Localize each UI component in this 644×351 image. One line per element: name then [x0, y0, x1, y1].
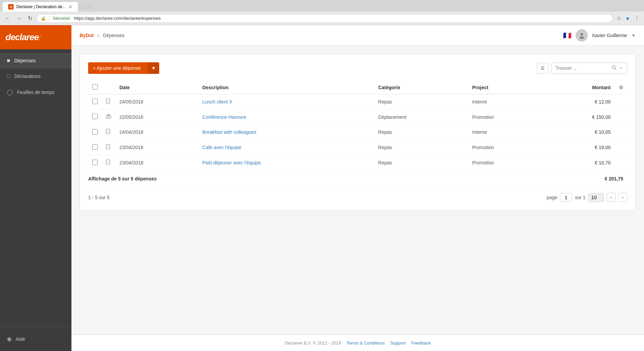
add-expense-button[interactable]: + Ajouter une dépense ▼ [88, 62, 159, 74]
header-right: 🇫🇷 Xavier Guillerme ▼ [563, 29, 636, 42]
browser-nav-bar: ← → ↻ 🔒 | Sécurisé ☆ ● ⋮ [0, 12, 644, 25]
table-row: 23/04/2018 Cafe avec l'équipe Repas Prom… [88, 140, 627, 155]
row-checkbox-cell [88, 94, 102, 110]
bookmark-button[interactable]: ☆ [615, 14, 623, 23]
expense-link-2[interactable]: Breakfast with colleagues [202, 129, 257, 135]
row-receipt-cell [102, 110, 115, 125]
row-categorie-4: Repas [374, 155, 468, 171]
user-dropdown-arrow[interactable]: ▼ [631, 33, 636, 38]
row-project-4: Promotion [468, 155, 546, 171]
row-receipt-cell [102, 140, 115, 155]
user-name[interactable]: Xavier Guillerme [592, 33, 627, 38]
depenses-icon: ■ [7, 58, 10, 64]
page-total: sur 1 [575, 195, 585, 200]
secure-icon: 🔒 [41, 16, 46, 21]
url-input[interactable] [74, 16, 608, 21]
terms-link[interactable]: Terms & Conditions [346, 340, 385, 346]
expenses-table: Date Description Catégorie Project Monta… [88, 81, 627, 171]
sidebar-item-aide[interactable]: ◉ Aide [7, 332, 65, 346]
breadcrumb-org[interactable]: ByDot [80, 33, 94, 38]
breadcrumb-separator: » [97, 33, 100, 38]
feedback-link[interactable]: Feedback [411, 340, 431, 346]
sidebar-item-declarations[interactable]: □ Déclarations [0, 68, 71, 84]
refresh-button[interactable]: ↻ [26, 14, 34, 23]
sidebar-bottom: ◉ Aide [0, 326, 71, 351]
row-checkbox-1[interactable] [92, 114, 98, 119]
row-montant-3: € 19,00 [546, 140, 615, 155]
row-actions-2 [615, 125, 627, 140]
prev-page-button[interactable]: ‹ [607, 193, 615, 202]
row-checkbox-0[interactable] [92, 99, 98, 104]
row-categorie-3: Repas [374, 140, 468, 155]
sidebar-item-aide-label: Aide [16, 336, 25, 342]
toolbar: + Ajouter une dépense ▼ ☰ ▼ [88, 62, 627, 74]
svg-point-9 [108, 116, 110, 117]
row-description-0: Lunch client X [198, 94, 374, 110]
sidebar-item-depenses-label: Dépenses [14, 58, 36, 63]
breadcrumb-page: Dépenses [103, 33, 125, 38]
per-page-select[interactable]: 10 25 50 [588, 193, 604, 202]
back-button[interactable]: ← [3, 14, 12, 23]
support-link[interactable]: Support [390, 340, 406, 346]
row-project-1: Promotion [468, 110, 546, 125]
table-row: 24/04/2018 Breakfast with colleagues Rep… [88, 125, 627, 140]
row-categorie-0: Repas [374, 94, 468, 110]
row-checkbox-4[interactable] [92, 160, 98, 165]
search-dropdown-arrow[interactable]: ▼ [619, 66, 623, 70]
row-checkbox-3[interactable] [92, 144, 98, 150]
sidebar-nav: ■ Dépenses □ Déclarations ◯ Feuilles de … [0, 49, 71, 326]
row-actions-4 [615, 155, 627, 171]
sidebar-item-depenses[interactable]: ■ Dépenses [0, 53, 71, 68]
sidebar-item-feuilles[interactable]: ◯ Feuilles de temps [0, 84, 71, 100]
add-expense-dropdown-arrow[interactable]: ▼ [148, 62, 160, 74]
language-flag[interactable]: 🇫🇷 [563, 31, 572, 39]
row-date-3: 23/04/2018 [115, 140, 198, 155]
row-actions-3 [615, 140, 627, 155]
next-page-button[interactable]: › [618, 193, 627, 202]
secure-label: Sécurisé [53, 16, 70, 21]
toolbar-right: ☰ ▼ [537, 63, 627, 74]
page-number-input[interactable] [560, 193, 572, 202]
address-bar[interactable]: 🔒 | Sécurisé [36, 14, 613, 23]
row-receipt-cell [102, 155, 115, 171]
col-header-project: Project [468, 81, 546, 94]
svg-line-3 [615, 68, 616, 70]
tab-close-button[interactable]: ✕ [68, 4, 72, 10]
row-checkbox-cell [88, 110, 102, 125]
aide-icon: ◉ [7, 336, 12, 342]
expense-link-3[interactable]: Cafe avec l'équipe [202, 145, 242, 150]
list-view-button[interactable]: ☰ [537, 63, 548, 74]
row-montant-4: € 10,70 [546, 155, 615, 171]
browser-chrome: d Declaree | Declaration de... ✕ ← → ↻ 🔒… [0, 0, 644, 25]
receipt-icon-0 [106, 99, 110, 105]
row-checkbox-cell [88, 125, 102, 140]
select-all-checkbox[interactable] [92, 84, 98, 90]
expense-link-0[interactable]: Lunch client X [202, 99, 232, 105]
pagination-range: 1 - 5 sur 5 [88, 195, 110, 200]
expense-link-4[interactable]: Petit déjeuner avec l'équipe. [202, 160, 262, 165]
page-label: page [547, 195, 557, 200]
search-input[interactable] [556, 65, 610, 71]
row-description-3: Cafe avec l'équipe [198, 140, 374, 155]
empty-tab[interactable] [78, 5, 92, 9]
receipt-icon-2 [106, 129, 110, 135]
table-row: 23/04/2018 Petit déjeuner avec l'équipe.… [88, 155, 627, 171]
forward-button[interactable]: → [14, 14, 24, 23]
col-header-receipt [102, 81, 115, 94]
user-avatar[interactable] [576, 29, 588, 42]
col-header-date: Date [115, 81, 198, 94]
row-checkbox-cell [88, 140, 102, 155]
row-checkbox-2[interactable] [92, 129, 98, 134]
row-project-3: Promotion [468, 140, 546, 155]
declarations-icon: □ [7, 73, 10, 79]
pagination-controls: page sur 1 10 25 50 ‹ › [547, 193, 627, 202]
search-button[interactable] [612, 65, 617, 71]
receipt-icon-4 [106, 160, 110, 166]
chrome-menu-button[interactable]: ⋮ [632, 14, 641, 23]
expense-link-1[interactable]: Conférence Hanovre [202, 114, 246, 120]
active-browser-tab[interactable]: d Declaree | Declaration de... ✕ [3, 2, 78, 12]
col-header-settings: ⚙ [615, 81, 627, 94]
logo-text: declaree [5, 32, 39, 42]
table-settings-icon[interactable]: ⚙ [619, 85, 623, 90]
extensions-button[interactable]: ● [624, 14, 631, 23]
